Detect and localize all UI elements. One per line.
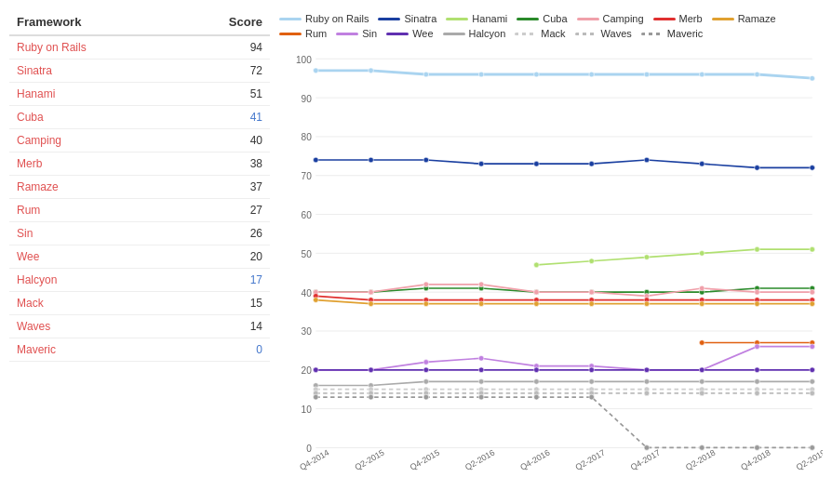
svg-point-41 xyxy=(810,75,815,81)
table-row: Wee 20 xyxy=(9,245,270,269)
framework-score: 15 xyxy=(175,292,270,315)
svg-point-98 xyxy=(699,340,705,346)
svg-point-36 xyxy=(534,72,540,77)
legend-label: Ruby on Rails xyxy=(305,13,369,24)
svg-point-148 xyxy=(699,391,705,396)
table-row: Halcyon 17 xyxy=(9,269,270,292)
svg-point-103 xyxy=(423,360,429,365)
legend-label: Merb xyxy=(679,13,703,24)
framework-name: Halcyon xyxy=(9,269,175,292)
framework-score: 0 xyxy=(175,338,270,362)
svg-point-115 xyxy=(534,367,540,373)
svg-text:Q4-2016: Q4-2016 xyxy=(518,448,551,472)
table-row: Cuba 41 xyxy=(9,106,270,129)
legend-item: Sinatra xyxy=(378,13,436,24)
svg-text:90: 90 xyxy=(302,94,313,104)
framework-name: Ruby on Rails xyxy=(9,35,175,60)
svg-point-159 xyxy=(755,445,760,451)
svg-point-46 xyxy=(534,161,540,166)
legend-item: Wee xyxy=(386,28,433,39)
svg-point-149 xyxy=(755,391,760,396)
svg-point-125 xyxy=(534,379,540,385)
table-row: Hanami 51 xyxy=(9,83,270,106)
svg-point-92 xyxy=(534,301,540,307)
legend-label: Hanami xyxy=(472,13,507,24)
col-score: Score xyxy=(175,9,270,35)
svg-point-40 xyxy=(755,72,760,77)
legend-item: Camping xyxy=(577,13,644,24)
table-row: Maveric 0 xyxy=(9,338,270,362)
legend-label: Ramaze xyxy=(738,13,776,24)
svg-text:Q4-2018: Q4-2018 xyxy=(739,448,772,472)
svg-point-50 xyxy=(755,166,760,171)
legend-item: Cuba xyxy=(517,13,567,24)
svg-point-69 xyxy=(369,289,374,295)
svg-point-124 xyxy=(478,379,484,385)
framework-name: Cuba xyxy=(9,106,175,129)
legend-label: Sinatra xyxy=(404,13,436,24)
svg-point-126 xyxy=(589,379,595,385)
svg-point-52 xyxy=(534,262,540,268)
svg-point-77 xyxy=(810,289,815,295)
svg-point-116 xyxy=(589,367,595,373)
framework-name: Ramaze xyxy=(9,176,175,199)
svg-point-70 xyxy=(423,282,429,287)
svg-point-54 xyxy=(644,255,650,260)
legend-label: Sin xyxy=(362,28,377,39)
framework-name: Sin xyxy=(9,222,175,245)
svg-point-71 xyxy=(478,282,484,287)
table-row: Mack 15 xyxy=(9,292,270,315)
legend-item: Sin xyxy=(336,28,377,39)
legend-label: Mack xyxy=(541,28,565,39)
svg-point-120 xyxy=(810,367,815,373)
table-row: Merb 38 xyxy=(9,153,270,176)
framework-table: Framework Score Ruby on Rails 94 Sinatra… xyxy=(9,9,270,362)
svg-point-154 xyxy=(478,394,484,400)
svg-point-34 xyxy=(423,72,429,77)
svg-point-42 xyxy=(314,157,319,163)
legend-label: Cuba xyxy=(543,13,567,24)
svg-point-44 xyxy=(423,157,429,163)
table-row: Ramaze 37 xyxy=(9,176,270,199)
framework-name: Mack xyxy=(9,292,175,315)
framework-name: Hanami xyxy=(9,83,175,106)
framework-score: 41 xyxy=(175,106,270,129)
svg-point-110 xyxy=(810,344,815,350)
svg-text:80: 80 xyxy=(302,132,313,142)
svg-point-73 xyxy=(589,289,595,295)
svg-point-104 xyxy=(478,355,484,361)
svg-point-76 xyxy=(755,289,760,295)
framework-score: 20 xyxy=(175,245,270,269)
svg-point-157 xyxy=(644,445,650,451)
svg-point-93 xyxy=(589,301,595,307)
framework-score: 37 xyxy=(175,176,270,199)
framework-score: 26 xyxy=(175,222,270,245)
legend-item: Rum xyxy=(279,28,327,39)
svg-text:Q4-2014: Q4-2014 xyxy=(298,448,330,472)
chart-area: 0102030405060708090100Q4-2014Q2-2015Q4-2… xyxy=(279,48,823,500)
framework-name: Camping xyxy=(9,129,175,153)
legend-label: Halcyon xyxy=(469,28,506,39)
framework-name: Rum xyxy=(9,199,175,222)
svg-text:50: 50 xyxy=(302,249,313,259)
col-framework: Framework xyxy=(9,9,175,35)
svg-point-117 xyxy=(644,367,650,373)
legend-item: Ramaze xyxy=(712,13,776,24)
svg-point-49 xyxy=(699,161,705,166)
svg-point-129 xyxy=(755,379,760,385)
legend-item: Merb xyxy=(653,13,703,24)
svg-point-112 xyxy=(369,367,374,373)
svg-point-109 xyxy=(755,344,760,350)
svg-point-91 xyxy=(478,301,484,307)
svg-point-128 xyxy=(699,379,705,385)
framework-name: Sinatra xyxy=(9,60,175,83)
framework-score: 40 xyxy=(175,129,270,153)
framework-name: Wee xyxy=(9,245,175,269)
table-row: Camping 40 xyxy=(9,129,270,153)
svg-point-89 xyxy=(369,301,374,307)
svg-point-111 xyxy=(314,367,319,373)
svg-text:60: 60 xyxy=(302,210,313,220)
svg-point-158 xyxy=(699,445,705,451)
legend-label: Maveric xyxy=(667,28,704,39)
framework-score: 38 xyxy=(175,153,270,176)
